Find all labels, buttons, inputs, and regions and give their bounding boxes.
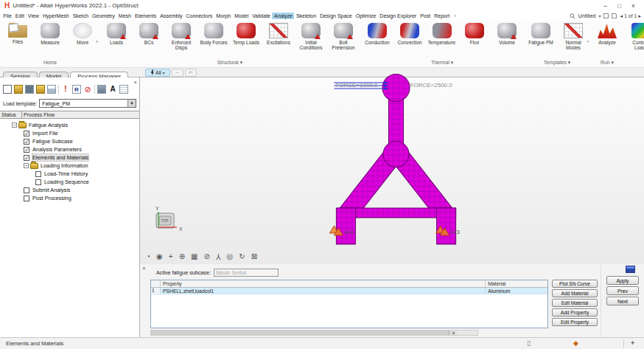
horizontal-scrollbar[interactable]: ◄ [150,330,478,336]
selection-subset-button[interactable]: − [172,69,183,77]
task-checkbox[interactable] [24,196,29,201]
ribbon-item-measure[interactable]: Measure [34,23,66,51]
model-viewport[interactable]: FORCE=1000.0 FORCE=2500.0 123 123 TOP Y … [140,77,644,264]
session-icon[interactable]: ◆ [573,339,578,347]
task-checkbox[interactable]: ✓ [24,147,29,153]
menu-item-edit[interactable]: Edit [13,13,26,19]
ribbon-item-convection[interactable]: Convection [393,23,426,51]
ribbon-item-bolt-pretension[interactable]: Bolt Pretension [327,23,360,51]
load-template-select[interactable]: Fatigue_PM ▼ [39,99,136,108]
selection-window-button[interactable]: ▭ [185,69,197,77]
workspace-selector[interactable]: Untitled [578,13,596,18]
ribbon-item-temp-loads[interactable]: Temp Loads [230,23,262,51]
copy-icon[interactable] [47,85,56,94]
tree-item-elements-and-materials[interactable]: ✓Elements and Materials [0,153,139,162]
menu-item-assembly[interactable]: Assembly [158,13,184,19]
page-next-button[interactable]: ▸ [638,13,641,19]
panel-close-icon[interactable]: × [133,79,137,86]
new-page-icon[interactable] [612,13,617,18]
tree-item-loading-sequence[interactable]: Loading Sequence [0,178,139,186]
menu-item-model[interactable]: Model [233,13,251,19]
entity-filter-button[interactable]: All ▾ [145,69,170,77]
ribbon-item-normal-modes[interactable]: Normal Modes▾ [557,23,589,51]
target-icon[interactable]: + [631,339,634,347]
record-icon[interactable]: R [72,85,81,94]
bracket-model[interactable] [336,75,455,245]
task-checkbox[interactable]: ✓ [24,139,29,145]
graphics-area[interactable]: FORCE=1000.0 FORCE=2500.0 123 123 TOP Y … [140,77,644,264]
button-edit-property[interactable]: Edit Property [552,318,598,326]
task-checkbox[interactable] [35,171,41,177]
button-add-property[interactable]: Add Property [552,308,598,317]
task-checkbox[interactable] [24,187,29,193]
button-next[interactable]: Next [606,297,639,305]
ribbon-item-files[interactable]: Files [1,23,34,50]
task-checkbox[interactable]: ✓ [24,131,29,137]
display-icon[interactable] [97,85,106,94]
ribbon-item-temperature[interactable]: Temperature: [426,23,458,51]
menu-item-skeleton[interactable]: Skeleton [294,13,318,19]
dropdown-arrow-icon[interactable]: ▼ [127,100,136,107]
ribbon-item-contour-loads[interactable]: Contour Loads [625,23,644,51]
ribbon-item-excitations[interactable]: Excitations [262,23,295,51]
scrollbar-thumb[interactable] [151,331,449,335]
maximize-button[interactable]: □ [617,2,621,10]
menu-item-file[interactable]: File [1,13,13,19]
report-icon[interactable] [119,85,128,94]
ribbon-item-volume[interactable]: Volume [491,23,523,51]
tree-item-load-time-history[interactable]: Load-Time History [0,170,139,178]
menu-item-post[interactable]: Post [419,13,433,19]
menu-item-hypermesh[interactable]: HyperMesh [41,13,71,19]
tree-item-fatigue-subcase[interactable]: ✓Fatigue Subcase [0,137,139,145]
ribbon-item-initial-conditions[interactable]: Initial Conditions [295,23,327,51]
button-prev[interactable]: Prev [606,286,639,295]
button-apply[interactable]: Apply [606,276,639,285]
zoom-icon[interactable]: ◎ [227,252,234,260]
table-row[interactable]: 1PSHELL,shell,loadcol1Aluminum [151,288,547,294]
panel-dock-icon[interactable] [626,266,635,273]
triad-icon[interactable]: Y [216,252,221,260]
display-options-icon[interactable]: ▦ [191,252,197,260]
ribbon-item-fatigue-pm[interactable]: Fatigue PM [525,23,557,51]
menu-add-icon[interactable]: + [452,13,459,18]
menu-item-design-explorer[interactable]: Design Explorer [378,13,419,19]
menu-item-view[interactable]: View [26,13,41,19]
tree-item-loading-information[interactable]: −Loading Information [0,162,139,170]
expand-toggle-icon[interactable]: − [24,163,29,168]
mask-icon[interactable]: ⊘ [203,252,209,260]
material-column-header[interactable]: Material [486,280,547,287]
menu-item-mesh[interactable]: Mesh [116,13,133,19]
task-checkbox[interactable]: ✓ [24,155,29,161]
button-add-material[interactable]: Add Material [552,289,598,297]
active-subcase-input[interactable] [214,269,279,277]
expand-toggle-icon[interactable]: − [12,122,17,128]
minimize-button[interactable]: – [603,2,607,10]
tree-item-analysis-parameters[interactable]: ✓Analysis Parameters [0,145,139,153]
tree-item-post-processing[interactable]: Post Processing [0,194,139,202]
page-prev-button[interactable]: ◂ [620,13,623,19]
ribbon-item-flux[interactable]: Flux [458,23,491,51]
tree-item-import-file[interactable]: ✓Import File [0,129,139,137]
task-checkbox[interactable] [35,179,41,185]
open-icon[interactable] [14,85,23,94]
lock-icon[interactable]: ⊠ [251,252,257,260]
save-as-icon[interactable] [36,85,45,94]
scrollbar-arrow-button[interactable]: ◄ [449,331,457,335]
menu-item-analyze[interactable]: Analyze [272,13,294,19]
button-plot-sn-curve[interactable]: Plot SN Curve [552,280,598,288]
ribbon-item-loads[interactable]: Loads [100,23,133,51]
ribbon-item-conduction[interactable]: Conduction [361,23,393,51]
tree-item-fatigue-analysis[interactable]: −Fatigue Analysis [0,121,139,129]
run-icon[interactable]: ! [61,85,70,94]
text-icon[interactable]: A [108,85,117,94]
menu-item-optimize[interactable]: Optimize [354,13,378,19]
view-controls-icon[interactable]: ◔ [146,252,150,260]
menu-item-morph[interactable]: Morph [214,13,233,19]
device-icon[interactable]: ▯ [527,339,531,347]
menu-item-validate[interactable]: Validate [251,13,273,19]
view-cube[interactable]: TOP Y X [155,206,183,232]
stop-icon[interactable]: ⊘ [83,85,92,94]
menu-item-report[interactable]: Report [433,13,452,19]
panel-close-button[interactable]: × [142,265,146,272]
ribbon-item-enforced-disps[interactable]: Enforced Disps [165,23,197,51]
